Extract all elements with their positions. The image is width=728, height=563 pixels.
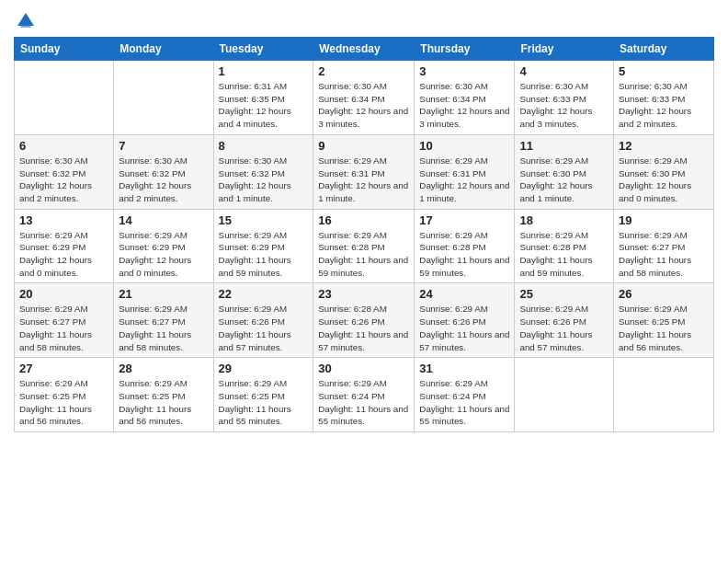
day-number: 4 (519, 64, 609, 78)
day-detail: Sunrise: 6:29 AMSunset: 6:26 PMDaylight:… (219, 303, 309, 353)
calendar-cell: 6Sunrise: 6:30 AMSunset: 6:32 PMDaylight… (15, 134, 114, 209)
day-detail: Sunrise: 6:29 AMSunset: 6:28 PMDaylight:… (419, 229, 509, 280)
day-number: 25 (519, 287, 609, 301)
day-number: 3 (419, 64, 509, 78)
calendar-week-row: 6Sunrise: 6:30 AMSunset: 6:32 PMDaylight… (15, 134, 714, 209)
day-detail: Sunrise: 6:29 AMSunset: 6:31 PMDaylight:… (318, 155, 409, 205)
day-number: 17 (419, 213, 509, 227)
calendar-cell: 13Sunrise: 6:29 AMSunset: 6:29 PMDayligh… (15, 209, 114, 283)
calendar-body: 1Sunrise: 6:31 AMSunset: 6:35 PMDaylight… (15, 61, 714, 432)
day-detail: Sunrise: 6:29 AMSunset: 6:25 PMDaylight:… (119, 377, 208, 428)
day-number: 31 (419, 362, 509, 375)
day-detail: Sunrise: 6:30 AMSunset: 6:32 PMDaylight:… (119, 155, 208, 205)
calendar-cell: 27Sunrise: 6:29 AMSunset: 6:25 PMDayligh… (15, 358, 114, 432)
calendar-cell: 16Sunrise: 6:29 AMSunset: 6:28 PMDayligh… (313, 209, 415, 283)
day-detail: Sunrise: 6:29 AMSunset: 6:26 PMDaylight:… (519, 303, 609, 353)
calendar-cell: 23Sunrise: 6:28 AMSunset: 6:26 PMDayligh… (313, 283, 415, 358)
calendar-cell: 7Sunrise: 6:30 AMSunset: 6:32 PMDaylight… (114, 134, 213, 209)
day-detail: Sunrise: 6:29 AMSunset: 6:30 PMDaylight:… (519, 155, 609, 205)
calendar-cell: 19Sunrise: 6:29 AMSunset: 6:27 PMDayligh… (614, 209, 714, 283)
day-detail: Sunrise: 6:29 AMSunset: 6:27 PMDaylight:… (619, 229, 709, 280)
day-number: 21 (119, 287, 208, 301)
day-detail: Sunrise: 6:29 AMSunset: 6:30 PMDaylight:… (619, 155, 709, 205)
calendar-header-cell: Friday (515, 38, 614, 61)
calendar-cell: 21Sunrise: 6:29 AMSunset: 6:27 PMDayligh… (114, 283, 213, 358)
calendar-cell: 30Sunrise: 6:29 AMSunset: 6:24 PMDayligh… (313, 358, 415, 432)
calendar-cell: 17Sunrise: 6:29 AMSunset: 6:28 PMDayligh… (415, 209, 515, 283)
calendar-cell: 20Sunrise: 6:29 AMSunset: 6:27 PMDayligh… (15, 283, 114, 358)
day-detail: Sunrise: 6:31 AMSunset: 6:35 PMDaylight:… (219, 80, 309, 131)
calendar-cell: 26Sunrise: 6:29 AMSunset: 6:25 PMDayligh… (614, 283, 714, 358)
calendar-header-cell: Tuesday (213, 38, 313, 61)
calendar-cell: 2Sunrise: 6:30 AMSunset: 6:34 PMDaylight… (313, 61, 415, 135)
day-detail: Sunrise: 6:29 AMSunset: 6:25 PMDaylight:… (219, 377, 309, 428)
day-number: 22 (219, 287, 309, 301)
day-number: 20 (19, 287, 108, 301)
day-detail: Sunrise: 6:29 AMSunset: 6:28 PMDaylight:… (318, 229, 409, 280)
day-number: 16 (318, 213, 409, 227)
day-detail: Sunrise: 6:29 AMSunset: 6:27 PMDaylight:… (19, 303, 108, 353)
calendar-cell: 3Sunrise: 6:30 AMSunset: 6:34 PMDaylight… (415, 61, 515, 135)
day-detail: Sunrise: 6:29 AMSunset: 6:28 PMDaylight:… (519, 229, 609, 280)
day-detail: Sunrise: 6:29 AMSunset: 6:29 PMDaylight:… (19, 229, 108, 280)
day-detail: Sunrise: 6:29 AMSunset: 6:24 PMDaylight:… (419, 377, 509, 428)
day-number: 1 (219, 64, 309, 78)
day-detail: Sunrise: 6:29 AMSunset: 6:29 PMDaylight:… (119, 229, 208, 280)
day-number: 27 (19, 362, 108, 375)
day-detail: Sunrise: 6:28 AMSunset: 6:26 PMDaylight:… (318, 303, 409, 353)
day-number: 5 (619, 64, 709, 78)
day-number: 2 (318, 64, 409, 78)
day-detail: Sunrise: 6:29 AMSunset: 6:26 PMDaylight:… (419, 303, 509, 353)
calendar-cell: 24Sunrise: 6:29 AMSunset: 6:26 PMDayligh… (415, 283, 515, 358)
day-number: 6 (19, 139, 108, 153)
day-number: 8 (219, 139, 309, 153)
calendar-cell: 5Sunrise: 6:30 AMSunset: 6:33 PMDaylight… (614, 61, 714, 135)
calendar-cell: 22Sunrise: 6:29 AMSunset: 6:26 PMDayligh… (213, 283, 313, 358)
day-number: 12 (619, 139, 709, 153)
calendar-cell (515, 358, 614, 432)
calendar-cell: 14Sunrise: 6:29 AMSunset: 6:29 PMDayligh… (114, 209, 213, 283)
day-detail: Sunrise: 6:30 AMSunset: 6:32 PMDaylight:… (19, 155, 108, 205)
calendar-cell: 11Sunrise: 6:29 AMSunset: 6:30 PMDayligh… (515, 134, 614, 209)
logo (14, 9, 36, 29)
calendar-week-row: 20Sunrise: 6:29 AMSunset: 6:27 PMDayligh… (15, 283, 714, 358)
calendar-table: SundayMondayTuesdayWednesdayThursdayFrid… (14, 37, 714, 432)
day-detail: Sunrise: 6:29 AMSunset: 6:24 PMDaylight:… (318, 377, 409, 428)
calendar-cell: 8Sunrise: 6:30 AMSunset: 6:32 PMDaylight… (213, 134, 313, 209)
day-detail: Sunrise: 6:29 AMSunset: 6:31 PMDaylight:… (419, 155, 509, 205)
calendar-cell (114, 61, 213, 135)
day-number: 23 (318, 287, 409, 301)
calendar-week-row: 27Sunrise: 6:29 AMSunset: 6:25 PMDayligh… (15, 358, 714, 432)
day-detail: Sunrise: 6:30 AMSunset: 6:34 PMDaylight:… (419, 80, 509, 131)
day-number: 18 (519, 213, 609, 227)
calendar-week-row: 13Sunrise: 6:29 AMSunset: 6:29 PMDayligh… (15, 209, 714, 283)
calendar-cell: 9Sunrise: 6:29 AMSunset: 6:31 PMDaylight… (313, 134, 415, 209)
day-number: 10 (419, 139, 509, 153)
day-detail: Sunrise: 6:30 AMSunset: 6:32 PMDaylight:… (219, 155, 309, 205)
calendar-header-cell: Saturday (614, 38, 714, 61)
logo-icon (16, 9, 36, 29)
day-number: 19 (619, 213, 709, 227)
day-detail: Sunrise: 6:30 AMSunset: 6:33 PMDaylight:… (619, 80, 709, 131)
page-header (14, 9, 714, 29)
day-number: 11 (519, 139, 609, 153)
calendar-cell: 28Sunrise: 6:29 AMSunset: 6:25 PMDayligh… (114, 358, 213, 432)
day-number: 26 (619, 287, 709, 301)
day-number: 24 (419, 287, 509, 301)
day-number: 29 (219, 362, 309, 375)
day-detail: Sunrise: 6:29 AMSunset: 6:29 PMDaylight:… (219, 229, 309, 280)
calendar-cell (15, 61, 114, 135)
day-detail: Sunrise: 6:29 AMSunset: 6:27 PMDaylight:… (119, 303, 208, 353)
day-detail: Sunrise: 6:29 AMSunset: 6:25 PMDaylight:… (19, 377, 108, 428)
calendar-cell: 25Sunrise: 6:29 AMSunset: 6:26 PMDayligh… (515, 283, 614, 358)
calendar-cell: 29Sunrise: 6:29 AMSunset: 6:25 PMDayligh… (213, 358, 313, 432)
day-detail: Sunrise: 6:29 AMSunset: 6:25 PMDaylight:… (619, 303, 709, 353)
calendar-page: SundayMondayTuesdayWednesdayThursdayFrid… (0, 0, 728, 563)
day-detail: Sunrise: 6:30 AMSunset: 6:34 PMDaylight:… (318, 80, 409, 131)
calendar-cell: 18Sunrise: 6:29 AMSunset: 6:28 PMDayligh… (515, 209, 614, 283)
calendar-week-row: 1Sunrise: 6:31 AMSunset: 6:35 PMDaylight… (15, 61, 714, 135)
calendar-header-row: SundayMondayTuesdayWednesdayThursdayFrid… (15, 38, 714, 61)
day-number: 30 (318, 362, 409, 375)
day-number: 14 (119, 213, 208, 227)
day-number: 28 (119, 362, 208, 375)
